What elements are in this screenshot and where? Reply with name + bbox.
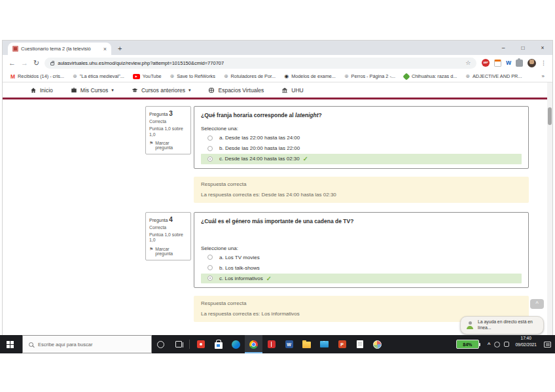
flag-question-link[interactable]: ⚑ Marcar pregunta [149,247,187,256]
taskbar-app-notepad[interactable] [351,335,368,353]
task-view-button[interactable] [170,335,187,353]
tab-strip: Cuestionario tema 2 (la televisió × + – … [3,41,552,55]
bookmark-chihuahua[interactable]: Chihuahua: razas d... [404,73,457,79]
window-minimize-button[interactable]: – [493,41,513,55]
answer-option-b[interactable]: b. Los talk-shows [201,263,522,273]
taskbar-app-store[interactable] [209,335,227,353]
nav-item-mis-cursos[interactable]: Mis Cursos ▾ [71,87,114,94]
bookmark-youtube[interactable]: ▶ YouTube [133,73,162,79]
scrollbar-thumb[interactable] [548,107,552,125]
start-button[interactable] [0,335,22,353]
question-3-body: ¿Qué franja horaria corresponde al laten… [194,106,529,169]
feedback-title: Respuesta correcta [201,181,522,187]
bookmark-adjective[interactable]: ⊕ ADJECTIVE AND PR... [465,73,522,79]
radio-selected-icon[interactable] [207,276,213,281]
window-close-button[interactable]: × [533,41,552,55]
cortana-icon [157,341,164,348]
url-text[interactable]: aulasvirtuales.uhu.es/mod/quiz/review.ph… [58,60,224,66]
target-favicon-icon: ◉ [284,74,289,79]
globe-favicon-icon: ⊕ [344,74,349,79]
bookmarks-bar: M Recibidos (14) - cris... ⊕ "La ética m… [3,71,552,82]
forward-button[interactable]: → [21,60,28,67]
adblock-extension-icon[interactable]: ABP [482,59,490,67]
question-label: Pregunta [149,112,168,116]
bookmark-rotuladores[interactable]: ⊕ Rotuladores de Por... [224,73,276,79]
answer-option-c-selected[interactable]: c. Desde las 24:00 hasta las 02:30 ✓ [201,154,522,164]
taskbar-clock[interactable]: 17:40 09/02/2021 [512,335,539,353]
taskbar-app-powerpoint[interactable]: P [333,335,351,353]
taskbar-app-chrome-active[interactable] [245,335,262,353]
window-controls: – □ × [493,41,552,55]
bookmark-star-icon[interactable]: ☆ [465,60,471,66]
taskbar-search-input[interactable]: Escribe aquí para buscar [22,335,152,353]
nav-item-cursos-anteriores[interactable]: Cursos anteriores ▾ [132,87,191,94]
reload-button[interactable]: ↻ [33,60,39,67]
tray-icon-1[interactable] [494,342,500,347]
nav-item-espacios-virtuales[interactable]: Espacios Virtuales [208,87,264,94]
radio-icon[interactable] [207,265,213,270]
taskbar-app-edge[interactable] [227,335,245,353]
action-center-button[interactable] [539,335,555,353]
tray-icon-2[interactable] [504,342,509,347]
correct-check-icon: ✓ [303,156,308,162]
powerpoint-icon: P [338,340,346,348]
battery-indicator[interactable]: 84% [456,340,479,349]
answer-option-b[interactable]: b. Desde las 20:00 hasta las 22:00 [201,143,522,153]
cortana-button[interactable] [152,335,170,353]
question-status: Correcta [149,225,187,230]
taskbar-app-reader[interactable] [262,335,280,353]
clock-time: 17:40 [515,335,537,342]
edge-icon [232,340,240,349]
site-navbar: Inicio Mis Cursos ▾ Cursos anteriores ▾ … [3,82,552,99]
graduation-cap-icon [132,87,138,94]
select-one-label: Seleccione una: [201,245,522,251]
question-number: 3 [169,110,173,117]
radio-icon[interactable] [207,135,213,141]
bookmark-modelos-examen[interactable]: ◉ Modelos de exame... [284,73,336,79]
radio-selected-icon[interactable] [207,156,213,162]
refworks-extension-icon[interactable]: w [506,60,511,66]
globe-favicon-icon: ⊕ [465,74,470,79]
new-tab-button[interactable]: + [118,45,122,52]
taskbar-app-paint[interactable] [368,335,386,353]
bookmark-refworks[interactable]: ⊕ Save to RefWorks [170,73,215,79]
taskbar-app-acrobat[interactable] [192,335,209,353]
taskbar-app-explorer[interactable] [298,335,315,353]
bookmark-perros[interactable]: ⊕ Perros - Página 2 -... [344,73,395,79]
calendar-extension-icon[interactable] [494,60,501,67]
extensions-puzzle-icon[interactable] [516,60,523,67]
bookmark-etica-medieval[interactable]: ⊕ "La ética medieval"... [73,73,124,79]
bookmark-gmail[interactable]: M Recibidos (14) - cris... [10,73,64,80]
profile-avatar[interactable] [528,59,536,67]
youtube-icon: ▶ [133,74,140,79]
window-maximize-button[interactable]: □ [513,41,533,55]
answer-option-c-selected[interactable]: c. Los informativos ✓ [201,274,522,284]
folder-icon [302,342,311,348]
radio-icon[interactable] [207,255,213,260]
page-scrollbar[interactable] [547,82,552,335]
taskbar-app-mail[interactable] [315,335,333,353]
answer-option-a[interactable]: a. Desde las 22:00 hasta las 24:00 [201,133,522,143]
flag-question-link[interactable]: ⚑ Marcar pregunta [149,141,187,150]
browser-tab[interactable]: Cuestionario tema 2 (la televisió × [8,43,111,55]
radio-icon[interactable] [207,146,213,151]
question-text: ¿Qué franja horaria corresponde al laten… [201,112,522,118]
taskbar-app-word[interactable]: W [280,335,298,353]
tab-close-icon[interactable]: × [103,46,107,52]
browser-menu-icon[interactable]: ⋮ [541,60,546,66]
question-4-info-box: Pregunta 4 Correcta Puntúa 1,0 sobre 1,0… [145,212,191,260]
nav-item-inicio[interactable]: Inicio [30,87,53,94]
answer-option-a[interactable]: a. Los TV movies [201,253,522,262]
bookmarks-overflow-icon[interactable]: » [542,73,545,79]
search-placeholder: Escribe aquí para buscar [38,342,92,347]
scroll-to-top-button[interactable]: ^ [530,299,544,309]
nav-item-uhu[interactable]: UHU [281,87,303,94]
chevron-down-icon: ▾ [111,88,114,93]
live-help-chat-widget[interactable]: La ayuda en directo está en línea... [460,316,544,334]
back-button[interactable]: ← [9,60,16,67]
bank-icon [281,87,288,94]
address-bar[interactable]: aulasvirtuales.uhu.es/mod/quiz/review.ph… [45,58,476,69]
book-icon [268,340,276,348]
windows-logo-icon [7,341,10,344]
tray-expand-icon[interactable]: ^ [488,342,491,347]
